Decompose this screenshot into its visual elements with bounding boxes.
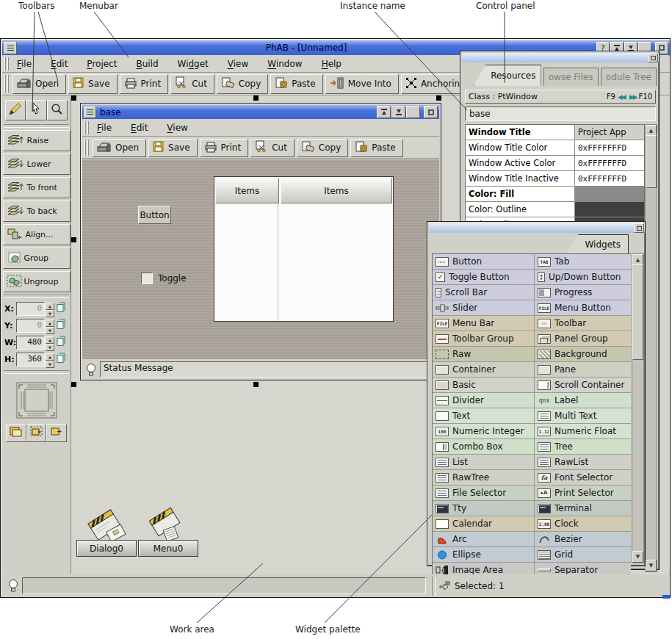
widget-item-basic[interactable]: Basic	[433, 378, 535, 392]
widget-item-pane[interactable]: Pane	[535, 362, 631, 377]
base-toolbar-copy-button[interactable]: Copy	[297, 139, 348, 157]
base-toolbar-open-button[interactable]: Open	[93, 139, 146, 157]
widget-item-rawlist[interactable]: RawList	[535, 455, 631, 469]
toolbar-save-button[interactable]: Save	[68, 74, 117, 94]
module-prev-button[interactable]	[26, 424, 47, 442]
module-dialog0-button[interactable]: Dialog0	[76, 540, 137, 557]
property-name[interactable]: Window Title	[466, 125, 575, 140]
checkbox-icon[interactable]	[141, 272, 153, 284]
property-name[interactable]: Color: Fill	[466, 187, 575, 201]
property-row-window-title-color[interactable]: Window Title Color0xFFFFFFFD	[466, 140, 644, 156]
coord-input[interactable]: 360	[16, 353, 45, 367]
tool-magnifier-button[interactable]	[47, 100, 68, 120]
property-name[interactable]: Window Title Color	[466, 140, 575, 155]
base-form-window[interactable]: base FileEditView OpenSavePrintCutCopyPa…	[80, 103, 441, 380]
widget-palette-titlebar[interactable]	[429, 223, 645, 233]
toolbar-drag-handle[interactable]	[4, 75, 10, 93]
base-menu-edit[interactable]: Edit	[126, 121, 152, 134]
coord-input[interactable]: 0	[16, 319, 45, 333]
property-color-swatch[interactable]	[575, 202, 644, 217]
widget-item-raw[interactable]: Raw	[433, 347, 535, 361]
toolbar-paste-button[interactable]: Paste	[270, 74, 322, 94]
designed-button-widget[interactable]: Button	[138, 206, 171, 224]
selection-handle[interactable]	[253, 382, 259, 387]
window-menu-icon[interactable]	[4, 42, 17, 54]
base-toolbar-paste-button[interactable]: Paste	[350, 139, 402, 157]
selection-handle[interactable]	[71, 237, 76, 242]
panel-restore-icon[interactable]	[648, 53, 658, 62]
widget-item-toolbar-group[interactable]: Toolbar Group	[433, 331, 535, 346]
property-name[interactable]: Window Active Color	[466, 156, 575, 170]
menu-view[interactable]: View	[223, 57, 253, 71]
toolbar-open-button[interactable]: Open	[12, 74, 66, 94]
next-class-icon[interactable]: ▶▶	[629, 93, 637, 101]
base-collapse-button[interactable]	[377, 106, 391, 118]
menubar-drag-handle[interactable]	[4, 57, 10, 71]
property-name[interactable]: Color: Outline	[466, 202, 575, 217]
to-front-button[interactable]: To front	[3, 177, 71, 198]
widget-item-divider[interactable]: Divider	[433, 393, 535, 408]
widget-item-list[interactable]: List	[433, 455, 535, 469]
menu-widget[interactable]: Widget	[173, 57, 213, 71]
widget-item-menu-button[interactable]: FILEMenu Button	[535, 300, 631, 315]
property-row-window-active-color[interactable]: Window Active Color0xFFFFFFFD	[466, 156, 644, 171]
widget-item-bezier[interactable]: Bezier	[535, 532, 631, 546]
widget-item-tab[interactable]: TABTab	[535, 254, 631, 269]
widget-item-button[interactable]: Button	[433, 254, 535, 269]
property-value[interactable]: 0xFFFFFFFD	[575, 171, 644, 186]
tab-browse-files[interactable]: owse Files	[543, 68, 599, 86]
resources-scrollbar[interactable]: ▲ ▼	[645, 124, 657, 572]
tab-resources[interactable]: Resources	[474, 65, 541, 86]
align-button[interactable]: Align...	[3, 224, 71, 245]
base-menu-view[interactable]: View	[162, 121, 192, 134]
widget-item-file-selector[interactable]: File Selector	[433, 485, 535, 500]
widget-item-numeric-integer[interactable]: 100Numeric Integer	[433, 424, 535, 438]
widget-item-multi-text[interactable]: Multi Text	[535, 408, 631, 423]
menu-help[interactable]: Help	[317, 57, 346, 71]
menu-edit[interactable]: Edit	[46, 57, 72, 71]
base-toolbar-cut-button[interactable]: Cut	[250, 139, 295, 157]
widget-item-menu-bar[interactable]: FILEMenu Bar	[433, 316, 535, 331]
base-titlebar[interactable]: base	[82, 105, 439, 119]
ungroup-button[interactable]: Ungroup	[3, 271, 71, 292]
widget-item-up-down-button[interactable]: ▲▼Up/Down Button	[535, 270, 631, 284]
widget-item-text[interactable]: Text	[433, 408, 535, 423]
selection-handle[interactable]	[71, 95, 76, 101]
selection-handle[interactable]	[436, 95, 441, 101]
tool-pointer-button[interactable]	[26, 100, 46, 120]
lower-button[interactable]: Lower	[3, 154, 71, 175]
menubar-drag-handle[interactable]	[84, 121, 90, 134]
menu-file[interactable]: File	[12, 57, 36, 71]
base-toolbar-save-button[interactable]: Save	[148, 139, 197, 157]
tab-widgets[interactable]: Widgets	[566, 234, 629, 253]
scrollbar-thumb[interactable]	[646, 135, 657, 188]
property-row-color-fill[interactable]: Color: Fill	[466, 187, 644, 202]
widget-item-font-selector[interactable]: faFont Selector	[535, 470, 631, 485]
tab-module-tree[interactable]: odule Tree	[601, 68, 657, 86]
menu-build[interactable]: Build	[131, 57, 162, 71]
scroll-down-icon[interactable]: ▼	[632, 551, 643, 563]
base-content-pane[interactable]: Button Toggle Items Items	[82, 159, 439, 359]
property-row-window-title[interactable]: Window TitleProject App	[466, 125, 644, 140]
selection-handle[interactable]	[253, 95, 259, 101]
link-page-icon[interactable]	[56, 352, 66, 367]
module-next-button[interactable]	[46, 424, 67, 442]
selection-handle[interactable]	[71, 382, 76, 387]
property-row-color-outline[interactable]: Color: Outline	[466, 202, 644, 217]
widget-item-slider[interactable]: Slider	[433, 300, 535, 315]
property-name[interactable]: Window Title Inactive	[466, 171, 575, 186]
control-panel-titlebar[interactable]	[462, 53, 659, 62]
designed-toggle-widget[interactable]: Toggle	[141, 272, 187, 284]
widget-item-progress[interactable]: Progress	[535, 285, 631, 300]
coord-input[interactable]: 0	[16, 302, 45, 316]
base-close-button[interactable]	[424, 106, 438, 118]
widget-item-ellipse[interactable]: Ellipse	[433, 547, 535, 562]
instance-name-input[interactable]: base	[465, 106, 656, 121]
menu-project[interactable]: Project	[82, 57, 121, 71]
widget-item-panel-group[interactable]: Panel Group	[535, 331, 631, 346]
widget-item-clock[interactable]: 2:00Clock	[535, 516, 631, 531]
to-back-button[interactable]: To back	[3, 201, 71, 222]
widget-item-label[interactable]: qnxLabel	[535, 393, 631, 408]
panel-restore-icon[interactable]	[634, 223, 644, 233]
menu-window[interactable]: Window	[263, 57, 306, 71]
